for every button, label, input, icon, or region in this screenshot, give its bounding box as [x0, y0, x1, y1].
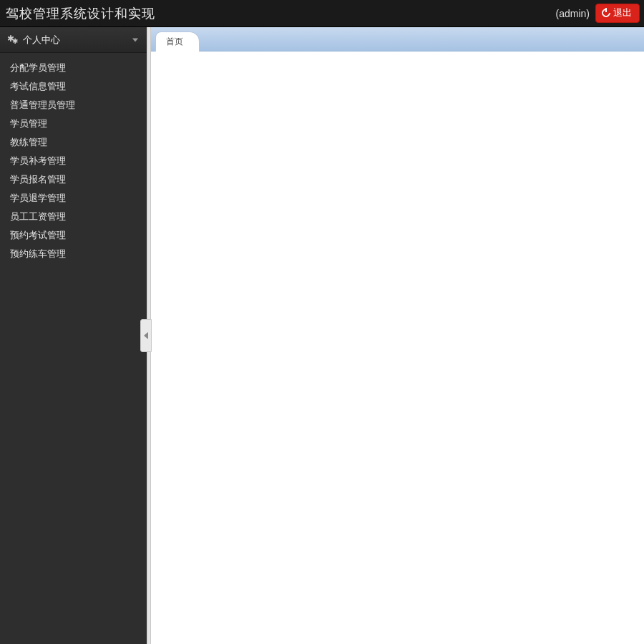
- sidebar-item[interactable]: 预约练车管理: [0, 245, 147, 263]
- sidebar-item[interactable]: 学员管理: [0, 114, 147, 133]
- power-icon: [602, 9, 610, 17]
- content-area: [151, 52, 644, 644]
- sidebar-item[interactable]: 学员退学管理: [0, 189, 147, 208]
- sidebar-item[interactable]: 普通管理员管理: [0, 96, 147, 114]
- tab-home[interactable]: 首页: [155, 31, 200, 52]
- sidebar-item[interactable]: 员工工资管理: [0, 208, 147, 226]
- sidebar-section-title: 个人中心: [23, 34, 60, 47]
- gears-icon: [7, 35, 19, 45]
- sidebar-item[interactable]: 学员报名管理: [0, 170, 147, 189]
- app-title: 驾校管理系统设计和实现: [6, 5, 556, 22]
- app-header: 驾校管理系统设计和实现 (admin) 退出: [0, 0, 644, 27]
- sidebar-item[interactable]: 学员补考管理: [0, 152, 147, 170]
- sidebar-item[interactable]: 预约考试管理: [0, 226, 147, 245]
- sidebar-item[interactable]: 考试信息管理: [0, 77, 147, 96]
- collapse-sidebar-button[interactable]: [140, 319, 152, 352]
- main-region: 首页: [151, 27, 644, 644]
- logout-button[interactable]: 退出: [595, 4, 640, 23]
- logout-label: 退出: [613, 6, 632, 19]
- app-body: 个人中心 分配学员管理 考试信息管理 普通管理员管理 学员管理 教练管理 学员补…: [0, 27, 644, 644]
- sidebar-item[interactable]: 教练管理: [0, 133, 147, 152]
- chevron-down-icon: [132, 38, 138, 42]
- splitter[interactable]: [147, 27, 151, 644]
- tab-bar: 首页: [151, 27, 644, 52]
- current-user: (admin): [556, 8, 590, 19]
- sidebar-item[interactable]: 分配学员管理: [0, 59, 147, 77]
- sidebar-section-header[interactable]: 个人中心: [0, 27, 147, 53]
- sidebar: 个人中心 分配学员管理 考试信息管理 普通管理员管理 学员管理 教练管理 学员补…: [0, 27, 147, 644]
- sidebar-menu: 分配学员管理 考试信息管理 普通管理员管理 学员管理 教练管理 学员补考管理 学…: [0, 53, 147, 269]
